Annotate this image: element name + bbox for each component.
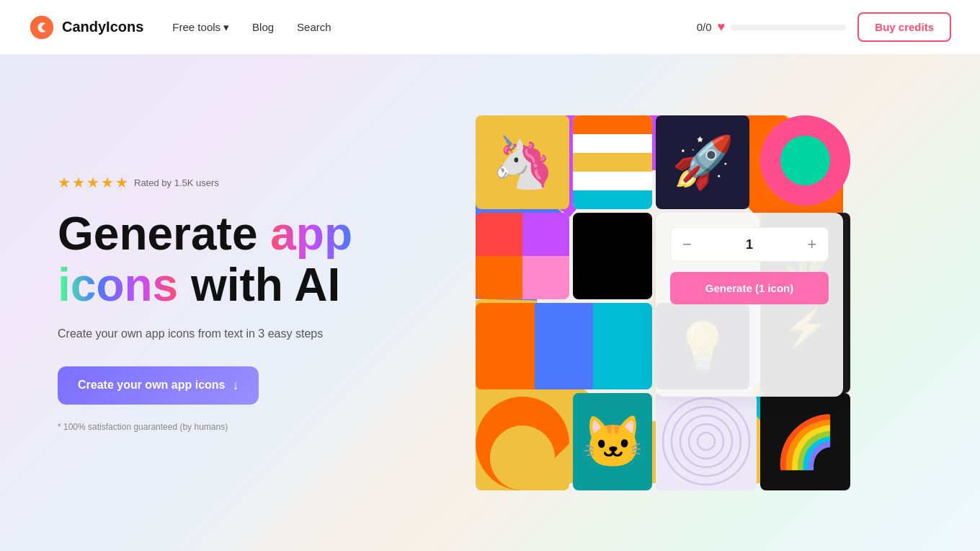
cell-unicorn: 🦄	[476, 115, 569, 209]
generate-button[interactable]: Generate (1 icon)	[670, 272, 829, 304]
cell-cat: 🐱	[573, 393, 652, 490]
logo-text: CandyIcons	[62, 19, 143, 35]
star-1: ★	[58, 174, 71, 191]
counter-value: 1	[746, 237, 753, 252]
star-4: ★	[101, 174, 114, 191]
cell-black-square	[573, 213, 652, 299]
unicorn-icon: 🦄	[476, 115, 569, 209]
nav-blog[interactable]: Blog	[252, 21, 274, 33]
circles-2-svg	[656, 393, 757, 490]
guarantee-text: * 100% satisfaction guaranteed (by human…	[58, 422, 432, 432]
buy-credits-button[interactable]: Buy credits	[858, 12, 951, 42]
cell-color-blocks	[476, 213, 569, 299]
rated-text: Rated by 1.5K users	[134, 177, 219, 188]
logo-icon	[29, 14, 55, 40]
nav-right: 0/0 ♥ Buy credits	[697, 12, 951, 42]
nav-free-tools[interactable]: Free tools ▾	[172, 21, 229, 34]
stars-row: ★ ★ ★ ★ ★ Rated by 1.5K users	[58, 174, 432, 191]
title-app: app	[270, 208, 352, 260]
arrow-down-icon: ↓	[232, 378, 239, 393]
credits-area: 0/0 ♥	[697, 19, 847, 35]
arc-bottom-svg	[476, 393, 569, 490]
svg-point-6	[663, 398, 749, 485]
svg-point-9	[689, 424, 723, 459]
counter-minus-button[interactable]: −	[682, 235, 692, 254]
nav-search[interactable]: Search	[297, 21, 331, 33]
counter-row: − 1 +	[670, 227, 829, 262]
counter-plus-button[interactable]: +	[807, 235, 816, 254]
color-blocks-grid	[476, 213, 569, 299]
chevron-down-icon: ▾	[223, 21, 229, 34]
title-generate: Generate	[58, 208, 270, 260]
cell-colorful-blocks-2	[476, 303, 652, 389]
rocket-icon: 🚀	[656, 115, 749, 209]
cat-icon: 🐱	[573, 393, 652, 490]
cta-button[interactable]: Create your own app icons ↓	[58, 366, 259, 405]
cell-arc-bottom	[476, 393, 569, 490]
hero-left: ★ ★ ★ ★ ★ Rated by 1.5K users Generate a…	[58, 174, 432, 432]
cell-pink-circle	[760, 115, 850, 206]
icon-collage: 🦄 🚀	[461, 101, 908, 505]
svg-point-10	[698, 433, 715, 450]
logo-link[interactable]: CandyIcons	[29, 14, 143, 40]
stripes-decoration	[573, 115, 652, 209]
navbar: CandyIcons Free tools ▾ Blog Search 0/0 …	[0, 0, 980, 55]
hero-title: Generate app icons with AI	[58, 208, 432, 310]
cell-concentric-2	[656, 393, 757, 490]
cloud-icon: 🌈	[760, 393, 850, 490]
cell-stripes	[573, 115, 652, 209]
heart-icon: ♥	[718, 19, 726, 35]
cell-cloud: 🌈	[760, 393, 850, 490]
nav-links: Free tools ▾ Blog Search	[172, 21, 696, 34]
counter-widget: − 1 + Generate (1 icon)	[656, 213, 843, 397]
star-5: ★	[115, 174, 128, 191]
title-with-ai: with AI	[178, 259, 340, 311]
credits-bar	[731, 25, 846, 30]
cell-rocket: 🚀	[656, 115, 749, 209]
star-3: ★	[86, 174, 99, 191]
stars: ★ ★ ★ ★ ★	[58, 174, 128, 191]
title-icons: icons	[58, 259, 178, 311]
cta-label: Create your own app icons	[78, 379, 225, 392]
svg-point-7	[672, 407, 741, 476]
hero-right: 🦄 🚀	[432, 101, 922, 505]
credits-value: 0/0	[697, 21, 712, 33]
star-2: ★	[72, 174, 85, 191]
hero-subtitle: Create your own app icons from text in 3…	[58, 327, 432, 340]
hero-section: ★ ★ ★ ★ ★ Rated by 1.5K users Generate a…	[0, 55, 980, 551]
